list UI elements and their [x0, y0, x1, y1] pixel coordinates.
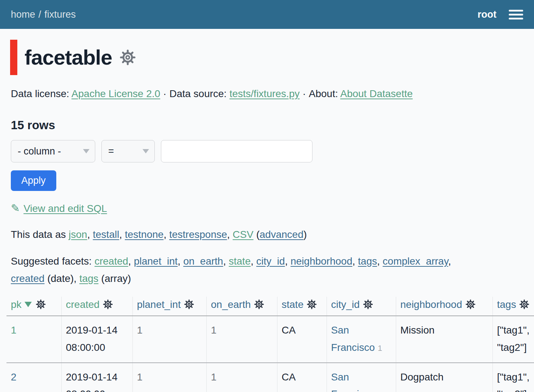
about-link[interactable]: About Datasette: [340, 88, 413, 99]
cell-created: 2019-01-14 08:00:00: [61, 316, 132, 362]
data-table: pk created planet_int on_earth state cit…: [6, 297, 534, 392]
chevron-down-icon: [143, 149, 149, 153]
facet-separator: ,: [223, 256, 229, 267]
column-header-neighborhood: neighborhood: [396, 297, 493, 316]
nav-user-link[interactable]: root: [478, 9, 496, 20]
column-header-created-link[interactable]: created: [66, 299, 100, 310]
cell-tags: ["tag1", "tag3"]: [493, 363, 534, 392]
cell-pk: 2: [6, 363, 61, 392]
facet-link-complex-array[interactable]: complex_array: [383, 256, 448, 267]
chevron-down-icon: [83, 149, 89, 153]
city-id-badge: 1: [378, 344, 382, 353]
facet-separator: ,: [251, 256, 257, 267]
column-header-pk: pk: [6, 297, 61, 316]
column-gear-icon[interactable]: [360, 299, 373, 310]
facet-separator: (date),: [44, 273, 79, 284]
column-header-planet-int: planet_int: [132, 297, 206, 316]
column-header-pk-link[interactable]: pk: [11, 299, 22, 310]
column-gear-icon[interactable]: [462, 299, 476, 310]
export-link-advanced[interactable]: advanced: [260, 229, 303, 240]
export-separator: ,: [87, 229, 93, 240]
column-header-tags: tags: [493, 297, 534, 316]
facet-link-neighborhood[interactable]: neighborhood: [290, 256, 352, 267]
facet-link-planet-int[interactable]: planet_int: [134, 256, 178, 267]
export-prefix: This data as: [11, 229, 69, 240]
column-header-on-earth-link[interactable]: on_earth: [211, 299, 251, 310]
facet-link-state[interactable]: state: [229, 256, 251, 267]
facet-link-tags[interactable]: tags: [358, 256, 377, 267]
dot-separator: ·: [163, 88, 166, 99]
source-link[interactable]: tests/fixtures.py: [229, 88, 300, 99]
view-edit-sql-link[interactable]: View and edit SQL: [23, 203, 107, 214]
column-gear-icon[interactable]: [516, 299, 530, 310]
breadcrumb-home-link[interactable]: home: [11, 9, 35, 20]
suggested-facets: Suggested facets: created, planet_int, o…: [11, 253, 523, 287]
breadcrumb-separator: /: [39, 9, 41, 20]
export-separator: ,: [163, 229, 169, 240]
cell-tags: ["tag1", "tag2"]: [493, 316, 534, 362]
column-header-neighborhood-link[interactable]: neighborhood: [400, 299, 462, 310]
accent-bar: [10, 40, 17, 75]
facet-separator: ,: [377, 256, 383, 267]
cell-on-earth: 1: [206, 316, 277, 362]
city-link[interactable]: San Francisco: [331, 325, 375, 353]
row-count: 15 rows: [11, 118, 523, 132]
cell-on-earth: 1: [206, 363, 277, 392]
filter-column-value: - column -: [18, 146, 61, 157]
cell-state: CA: [277, 363, 327, 392]
metadata-line: Data license: Apache License 2.0·Data so…: [11, 88, 523, 100]
column-header-city-id-link[interactable]: city_id: [331, 299, 360, 310]
filter-row: - column - =: [11, 140, 523, 162]
export-link-testall[interactable]: testall: [93, 229, 119, 240]
filter-operator-select[interactable]: =: [101, 140, 155, 162]
cell-planet-int: 1: [132, 363, 206, 392]
column-gear-icon[interactable]: [303, 299, 317, 310]
column-gear-icon[interactable]: [100, 299, 113, 310]
hamburger-menu-icon[interactable]: [509, 10, 523, 19]
title-bar: facetable: [10, 40, 523, 75]
facet-separator: ,: [128, 256, 134, 267]
page-title: facetable: [25, 47, 112, 68]
sort-descending-icon: [25, 302, 32, 307]
export-separator: ,: [119, 229, 125, 240]
column-gear-icon[interactable]: [181, 299, 194, 310]
facet-link-city-id[interactable]: city_id: [256, 256, 285, 267]
cell-state: CA: [277, 316, 327, 362]
column-gear-icon[interactable]: [32, 299, 46, 310]
filter-value-input[interactable]: [161, 140, 312, 162]
export-link-testresponse[interactable]: testresponse: [169, 229, 227, 240]
facet-separator: ,: [353, 256, 358, 267]
facet-link-created-date[interactable]: created: [11, 273, 44, 284]
dot-separator: ·: [302, 88, 306, 99]
column-header-tags-link[interactable]: tags: [497, 299, 516, 310]
cell-planet-int: 1: [132, 316, 206, 362]
about-label: About:: [309, 88, 338, 99]
column-gear-icon[interactable]: [251, 299, 264, 310]
sql-line: ✎View and edit SQL: [11, 202, 523, 214]
row-pk-link[interactable]: 2: [11, 371, 17, 383]
facet-separator: (array): [99, 273, 131, 284]
facet-link-created[interactable]: created: [95, 256, 128, 267]
row-pk-link[interactable]: 1: [11, 325, 17, 336]
column-header-planet-int-link[interactable]: planet_int: [137, 299, 181, 310]
export-link-json[interactable]: json: [69, 229, 87, 240]
export-open-paren: (: [253, 229, 259, 240]
license-link[interactable]: Apache License 2.0: [71, 88, 160, 99]
table-row: 2 2019-01-14 08:00:00 1 1 CA San Francis…: [6, 363, 534, 392]
breadcrumb-database-link[interactable]: fixtures: [44, 9, 76, 20]
column-header-created: created: [61, 297, 132, 316]
export-separator: ,: [227, 229, 233, 240]
facet-link-on-earth[interactable]: on_earth: [183, 256, 223, 267]
export-link-testnone[interactable]: testnone: [125, 229, 163, 240]
export-line: This data as json, testall, testnone, te…: [11, 229, 523, 240]
cell-neighborhood: Dogpatch: [396, 363, 493, 392]
facets-prefix: Suggested facets:: [11, 256, 95, 267]
table-gear-icon[interactable]: [119, 49, 136, 66]
column-header-state-link[interactable]: state: [282, 299, 304, 310]
pencil-icon: ✎: [11, 202, 20, 214]
filter-column-select[interactable]: - column -: [11, 140, 95, 162]
facet-link-tags-array[interactable]: tags: [79, 273, 99, 284]
export-link-csv[interactable]: CSV: [233, 229, 254, 240]
city-link[interactable]: San Francisco: [331, 371, 375, 392]
apply-button[interactable]: Apply: [11, 170, 56, 191]
